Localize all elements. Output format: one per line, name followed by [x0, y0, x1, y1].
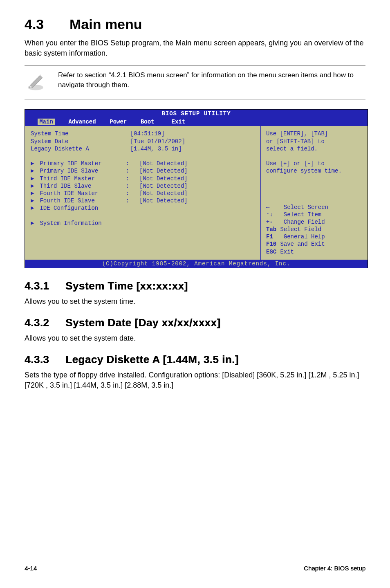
triangle-icon: ► — [31, 175, 36, 182]
triangle-icon: ► — [31, 167, 36, 175]
subsection-body: Allows you to set the system time. — [25, 296, 365, 307]
triangle-icon: ► — [31, 182, 36, 190]
chapter-label: Chapter 4: BIOS setup — [304, 565, 365, 572]
page-number: 4-14 — [25, 565, 37, 572]
bios-body: System Time [04:51:19] System Date [Tue … — [25, 126, 368, 259]
key-f10: F10 — [266, 240, 277, 248]
bios-ide-row[interactable]: Primary IDE Master : [Not Detected] — [40, 160, 187, 167]
section-number: 4.3 — [25, 16, 69, 32]
subsection-number: 4.3.2 — [25, 316, 65, 329]
arrow-updown-icon: ↑↓ — [266, 211, 277, 218]
subsection-number: 4.3.3 — [25, 353, 65, 366]
bios-copyright: (C)Copyright 1985-2002, American Megatre… — [25, 260, 368, 268]
subsection-heading: 4.3.3Legacy Diskette A [1.44M, 3.5 in.] — [25, 353, 365, 366]
bios-ide-row[interactable]: Primary IDE Slave : [Not Detected] — [40, 168, 187, 174]
bios-ide-row[interactable]: Third IDE Slave : [Not Detected] — [40, 183, 187, 189]
intro-paragraph: When you enter the BIOS Setup program, t… — [25, 38, 365, 58]
subsection-body: Allows you to set the system date. — [25, 333, 365, 343]
bios-tab-power[interactable]: Power — [110, 119, 127, 125]
subsection-heading: 4.3.2System Date [Day xx/xx/xxxx] — [25, 316, 365, 329]
bios-tab-main[interactable]: Main — [38, 119, 55, 125]
bios-help-panel: Use [ENTER], [TAB] or [SHIFT-TAB] to sel… — [261, 126, 368, 259]
triangle-icon: ► — [31, 160, 36, 167]
bios-tab-bar: Main Advanced Power Boot Exit — [25, 118, 368, 126]
key-f1: F1 — [266, 233, 277, 240]
bios-ide-config[interactable]: IDE Configuration — [40, 205, 98, 211]
bios-system-info[interactable]: System Information — [40, 220, 101, 227]
bios-field-legacy[interactable]: Legacy Diskette A [1.44M, 3.5 in] — [31, 146, 182, 152]
bios-tab-boot[interactable]: Boot — [141, 119, 155, 125]
bios-field-system-time[interactable]: System Time [04:51:19] — [31, 130, 165, 137]
section-title: Main menu — [69, 16, 142, 32]
bios-ide-row[interactable]: Third IDE Master : [Not Detected] — [40, 175, 187, 182]
subsection-title: System Time [xx:xx:xx] — [65, 280, 188, 292]
subsection-heading: 4.3.1System Time [xx:xx:xx] — [25, 280, 365, 292]
bios-left-panel: System Time [04:51:19] System Date [Tue … — [25, 126, 261, 259]
page-footer: 4-14 Chapter 4: BIOS setup — [25, 562, 365, 572]
note-box: Refer to section “4.2.1 BIOS menu screen… — [25, 65, 365, 99]
subsection-title: System Date [Day xx/xx/xxxx] — [65, 316, 221, 329]
pencil-icon — [25, 70, 47, 93]
triangle-icon: ► — [31, 190, 36, 197]
triangle-icon: ► — [31, 204, 36, 212]
subsection-body: Sets the type of floppy drive installed.… — [25, 370, 365, 391]
arrow-left-icon: ← — [266, 204, 277, 211]
bios-ide-row[interactable]: Fourth IDE Slave : [Not Detected] — [40, 197, 187, 204]
section-heading: 4.3Main menu — [25, 16, 365, 32]
key-esc: ESC — [266, 248, 277, 256]
triangle-icon: ► — [31, 197, 36, 204]
note-text: Refer to section “4.2.1 BIOS menu screen… — [58, 70, 365, 90]
key-plusminus: +- — [266, 218, 277, 226]
bios-help-top: Use [ENTER], [TAB] or [SHIFT-TAB] to sel… — [266, 130, 342, 174]
key-tab: Tab — [266, 226, 277, 233]
subsection-number: 4.3.1 — [25, 280, 65, 292]
bios-ide-row[interactable]: Fourth IDE Master : [Not Detected] — [40, 190, 187, 197]
subsection-title: Legacy Diskette A [1.44M, 3.5 in.] — [65, 353, 239, 366]
bios-help-keys: ← Select Screen ↑↓ Select Item +- Change… — [266, 204, 328, 256]
bios-tab-exit[interactable]: Exit — [172, 119, 186, 125]
bios-title-bar: BIOS SETUP UTILITY — [25, 110, 368, 118]
bios-tab-advanced[interactable]: Advanced — [68, 119, 96, 125]
triangle-icon: ► — [31, 220, 36, 227]
bios-field-system-date[interactable]: System Date [Tue 01/01/2002] — [31, 138, 185, 145]
bios-screenshot: BIOS SETUP UTILITY Main Advanced Power B… — [25, 109, 368, 268]
